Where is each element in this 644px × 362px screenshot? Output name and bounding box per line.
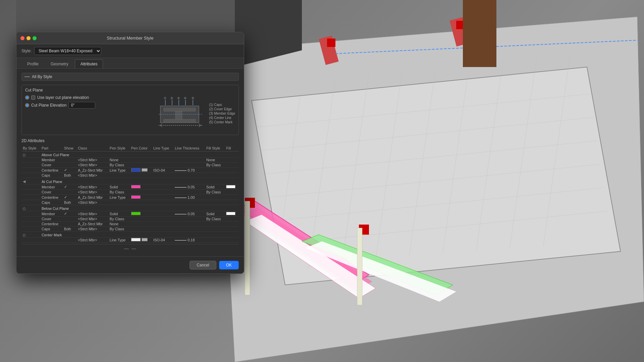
color-blue[interactable] bbox=[131, 168, 141, 172]
color-magenta-member[interactable] bbox=[131, 185, 141, 188]
svg-line-53 bbox=[199, 125, 201, 127]
elevation-input[interactable] bbox=[68, 102, 95, 109]
label-member-edge: (3) Member Edge bbox=[209, 112, 235, 115]
group-below-cut-plane: Below Cut Plane bbox=[21, 205, 239, 211]
dialog-body: All By Style Cut Plane Use layer cut pla… bbox=[16, 69, 244, 256]
style-label: Style: bbox=[21, 49, 32, 53]
radio-use-layer[interactable] bbox=[25, 96, 29, 100]
table-row[interactable]: Cover <Strct Mbr> By Class By Class bbox=[21, 217, 239, 222]
use-layer-checkbox[interactable] bbox=[31, 96, 35, 100]
dialog-title-bar: Structural Member Style bbox=[16, 32, 244, 44]
svg-rect-30 bbox=[357, 228, 362, 305]
col-show: Show bbox=[63, 145, 76, 152]
close-button[interactable] bbox=[20, 36, 24, 40]
table-row[interactable]: Member <Strct Mbr> None None bbox=[21, 158, 239, 163]
fill-white-1[interactable] bbox=[226, 185, 235, 188]
group-above-cut-plane: Above Cut Plane bbox=[21, 152, 239, 158]
table-row[interactable]: Caps Both <Strct Mbr> bbox=[21, 173, 239, 178]
style-row: Style: Steel Beam W18×40 Exposed bbox=[16, 44, 244, 58]
col-fill: Fill bbox=[225, 145, 239, 152]
col-fill-style: Fill Style bbox=[205, 145, 225, 152]
diagram-labels: (1) Caps (2) Cover Edge (3) Member Edge … bbox=[209, 103, 235, 125]
color-green[interactable] bbox=[131, 212, 141, 215]
table-row[interactable]: Cover <Strct Mbr> By Class By Class bbox=[21, 163, 239, 168]
attributes-2d-section: 2D Attributes By Style Part Show Class P… bbox=[21, 138, 239, 252]
all-by-style-row[interactable]: All By Style bbox=[21, 73, 239, 81]
group-label-below: Below Cut Plane bbox=[40, 205, 239, 211]
color-magenta-center[interactable] bbox=[131, 195, 141, 199]
label-cover-edge: (2) Cover Edge bbox=[209, 107, 235, 111]
check-centerline-above: ✓ bbox=[64, 168, 67, 172]
table-row[interactable]: Caps Both <Strct Mbr> By Class bbox=[21, 227, 239, 232]
svg-line-52 bbox=[199, 124, 201, 125]
svg-rect-46 bbox=[175, 111, 182, 120]
group-icon-cm bbox=[23, 234, 25, 237]
col-line-type: Line Type bbox=[152, 145, 173, 152]
label-caps: (1) Caps bbox=[209, 103, 235, 107]
radio-elevation[interactable] bbox=[25, 103, 29, 107]
group-icon-above bbox=[23, 154, 25, 157]
svg-rect-27 bbox=[327, 39, 335, 47]
group-at-cut-plane: ◀ At Cut Plane bbox=[21, 178, 239, 184]
col-pen-style: Pen Style bbox=[108, 145, 130, 152]
group-icon-at: ◀ bbox=[23, 179, 25, 183]
tab-profile[interactable]: Profile bbox=[21, 59, 44, 68]
table-row[interactable]: Centerline A_Zz-Strct Mbr None bbox=[21, 222, 239, 227]
attributes-table: By Style Part Show Class Pen Style Pen C… bbox=[21, 145, 239, 243]
svg-rect-45 bbox=[164, 108, 196, 111]
table-row[interactable]: Member ✓ <Strct Mbr> Solid 0.05 Solid bbox=[21, 184, 239, 190]
traffic-lights bbox=[20, 36, 37, 40]
color-white-outline[interactable] bbox=[131, 238, 141, 241]
group-center-mark: Center Mark bbox=[21, 232, 239, 238]
group-label-at: At Cut Plane bbox=[40, 178, 239, 184]
svg-rect-29 bbox=[245, 201, 250, 295]
use-layer-label: Use layer cut plane elevation bbox=[37, 95, 89, 100]
group-icon-below bbox=[23, 207, 25, 210]
cut-plane-controls: Use layer cut plane elevation Cut Plane … bbox=[25, 95, 152, 132]
cut-plane-diagram: ① ② ③ ④ ⑤ bbox=[159, 95, 202, 132]
svg-text:①: ① bbox=[164, 97, 166, 100]
remove-row-button[interactable]: — bbox=[131, 246, 136, 251]
cancel-button[interactable]: Cancel bbox=[190, 261, 216, 269]
label-center-line: (4) Center Line bbox=[209, 116, 235, 120]
add-row-button[interactable]: — bbox=[124, 246, 129, 251]
cut-plane-title: Cut Plane bbox=[25, 88, 235, 93]
svg-text:④: ④ bbox=[184, 97, 186, 100]
dash-icon bbox=[24, 76, 30, 77]
table-row[interactable]: Centerline ✓ A_Zz-Strct Mbr Line Type 1.… bbox=[21, 195, 239, 200]
table-row[interactable]: <Strct Mbr> Line Type ISO-04 0.18 bbox=[21, 238, 239, 243]
col-by-style: By Style bbox=[21, 145, 40, 152]
svg-text:②: ② bbox=[170, 97, 173, 100]
col-class: Class bbox=[76, 145, 108, 152]
all-by-style-label: All By Style bbox=[32, 74, 52, 79]
svg-rect-33 bbox=[463, 0, 496, 67]
part-member-above: Member bbox=[40, 158, 63, 163]
col-line-thickness: Line Thickness bbox=[173, 145, 205, 152]
svg-text:③: ③ bbox=[177, 97, 180, 100]
ok-button[interactable]: OK bbox=[219, 261, 239, 269]
structural-member-style-dialog: Structural Member Style Style: Steel Bea… bbox=[16, 32, 244, 274]
dialog-footer: Cancel OK bbox=[16, 256, 244, 274]
maximize-button[interactable] bbox=[33, 36, 37, 40]
dialog-title: Structural Member Style bbox=[21, 36, 239, 41]
style-dropdown[interactable]: Steel Beam W18×40 Exposed bbox=[34, 47, 101, 55]
fill-white-2[interactable] bbox=[226, 212, 235, 215]
col-part: Part bbox=[40, 145, 63, 152]
elevation-label: Cut Plane Elevation bbox=[31, 103, 66, 108]
table-row[interactable]: Cover <Strct Mbr> By Class By Class bbox=[21, 190, 239, 195]
tabs-container: Profile Geometry Attributes bbox=[16, 58, 244, 69]
table-row[interactable]: Member ✓ <Strct Mbr> Solid 0.05 Solid bbox=[21, 211, 239, 217]
svg-line-50 bbox=[160, 124, 162, 125]
tab-geometry[interactable]: Geometry bbox=[45, 59, 74, 68]
attributes-title: 2D Attributes bbox=[21, 138, 239, 143]
table-row[interactable]: Caps Both <Strct Mbr> bbox=[21, 200, 239, 205]
label-center-mark: (5) Center Mark bbox=[209, 120, 235, 124]
svg-text:⑤: ⑤ bbox=[192, 97, 194, 100]
tab-attributes[interactable]: Attributes bbox=[75, 59, 103, 68]
col-pen-color: Pen Color bbox=[130, 145, 152, 152]
minimize-button[interactable] bbox=[26, 36, 31, 40]
table-row[interactable]: Centerline ✓ A_Zz-Strct Mbr Line Type IS… bbox=[21, 168, 239, 173]
group-label-above: Above Cut Plane bbox=[40, 152, 239, 158]
svg-rect-47 bbox=[164, 119, 196, 123]
group-label-cm: Center Mark bbox=[40, 232, 239, 238]
